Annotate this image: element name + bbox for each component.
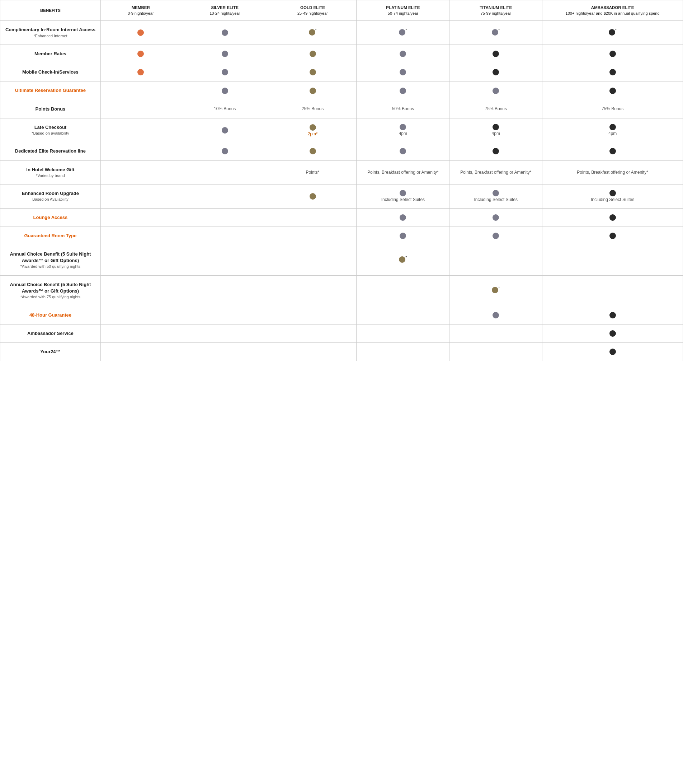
benefit-label-cell: Late Checkout*Based on availability [0, 118, 101, 142]
benefit-dot [309, 193, 316, 199]
benefit-name: Enhanced Room Upgrade [22, 191, 79, 196]
table-cell [101, 161, 181, 185]
dot-label-wrapper: Including Select Suites [359, 190, 446, 203]
table-cell: 25% Bonus [269, 100, 357, 118]
table-row: Late Checkout*Based on availability2pm*4… [0, 118, 683, 142]
table-cell [542, 245, 683, 276]
dot-label-wrapper: 4pm [452, 124, 539, 137]
table-cell: Points, Breakfast offering or Amenity* [542, 161, 683, 185]
cell-text: Points* [306, 170, 319, 175]
benefit-name: Complimentary In-Room Internet Access [5, 27, 95, 32]
table-cell [357, 227, 449, 245]
table-cell [181, 161, 269, 185]
table-cell [101, 82, 181, 100]
table-cell [542, 306, 683, 324]
table-cell [181, 21, 269, 45]
benefit-label-cell: Lounge Access [0, 208, 101, 227]
table-cell: 10% Bonus [181, 100, 269, 118]
table-cell: Points, Breakfast offering or Amenity* [357, 161, 449, 185]
benefit-dot [609, 214, 616, 221]
header-ambassador-title: AMBASSADOR ELITE [591, 5, 634, 10]
table-cell [542, 208, 683, 227]
benefit-dot [399, 148, 406, 154]
table-cell [181, 245, 269, 276]
table-cell: 50% Bonus [357, 100, 449, 118]
benefit-subtext: *Based on availability [5, 131, 96, 136]
cell-text: 50% Bonus [392, 106, 414, 111]
header-titanium-subtitle: 75-99 nights/year [481, 11, 511, 15]
benefit-dot [609, 51, 616, 57]
table-cell [357, 208, 449, 227]
benefit-dot [609, 148, 616, 154]
dot-asterisk-wrapper: * [492, 29, 500, 35]
table-cell [357, 275, 449, 306]
table-cell: 75% Bonus [542, 100, 683, 118]
header-member-subtitle: 0-9 nights/year [128, 11, 154, 15]
table-row: Annual Choice Benefit (5 Suite Night Awa… [0, 275, 683, 306]
benefit-dot [309, 124, 316, 131]
asterisk-mark: * [498, 28, 500, 32]
benefit-dot [492, 233, 499, 239]
benefit-dot [492, 88, 499, 94]
cell-text: Points, Breakfast offering or Amenity* [460, 170, 532, 175]
benefit-dot [309, 51, 316, 57]
table-cell [449, 343, 542, 361]
table-row: Mobile Check-In/Services [0, 63, 683, 82]
dot-asterisk-wrapper: * [399, 29, 407, 35]
benefit-dot [137, 69, 144, 76]
table-cell [269, 306, 357, 324]
table-cell [449, 142, 542, 161]
asterisk-mark: * [406, 28, 407, 32]
benefit-name: Ambassador Service [27, 331, 74, 336]
table-cell: 75% Bonus [449, 100, 542, 118]
table-cell: Points* [269, 161, 357, 185]
table-cell: * [542, 21, 683, 45]
benefit-name-orange: 48-Hour Guarantee [29, 312, 71, 318]
benefit-subtext: *Awarded with 50 qualifying nights [5, 264, 96, 269]
table-cell [101, 275, 181, 306]
benefit-dot [609, 190, 616, 196]
benefit-dot [222, 88, 228, 94]
header-titanium-title: TITANIUM ELITE [479, 5, 512, 10]
table-cell [269, 324, 357, 342]
dot-label-text: Including Select Suites [591, 197, 634, 203]
benefit-dot [399, 69, 406, 76]
benefit-dot [609, 312, 616, 318]
benefit-dot [609, 88, 616, 94]
benefit-label-cell: Annual Choice Benefit (5 Suite Night Awa… [0, 275, 101, 306]
table-cell [542, 343, 683, 361]
benefit-dot [609, 349, 616, 355]
table-row: Lounge Access [0, 208, 683, 227]
table-cell [542, 275, 683, 306]
table-cell [181, 45, 269, 63]
table-cell [101, 118, 181, 142]
benefit-dot [609, 330, 616, 337]
benefit-name: In Hotel Welcome Gift [26, 167, 74, 172]
header-gold: GOLD ELITE 25-49 nights/year [269, 0, 357, 21]
benefits-table-wrapper: BENEFITS MEMBER 0-9 nights/year SILVER E… [0, 0, 683, 784]
benefit-dot [222, 69, 228, 76]
dot-label-text: 4pm [399, 131, 407, 137]
dot-label-text: Including Select Suites [381, 197, 425, 203]
header-member: MEMBER 0-9 nights/year [101, 0, 181, 21]
benefit-dot [609, 124, 616, 130]
table-row: Member Rates [0, 45, 683, 63]
table-row: Guaranteed Room Type [0, 227, 683, 245]
table-cell [357, 142, 449, 161]
asterisk-mark: * [498, 286, 500, 290]
table-cell: 4pm [357, 118, 449, 142]
table-cell: Including Select Suites [357, 185, 449, 209]
benefit-name: Mobile Check-In/Services [22, 69, 79, 75]
benefit-name-orange: Ultimate Reservation Guarantee [15, 88, 86, 93]
benefit-name-orange: Guaranteed Room Type [24, 233, 77, 238]
dot-label-wrapper: Including Select Suites [545, 190, 680, 203]
table-cell [357, 45, 449, 63]
table-cell [449, 324, 542, 342]
table-cell [449, 245, 542, 276]
cell-text: 75% Bonus [601, 106, 624, 111]
table-cell [101, 45, 181, 63]
header-ambassador: AMBASSADOR ELITE 100+ nights/year and $2… [542, 0, 683, 21]
table-cell [181, 306, 269, 324]
cell-text: Points, Breakfast offering or Amenity* [367, 170, 439, 175]
dot-label-text: 2pm* [308, 132, 318, 137]
